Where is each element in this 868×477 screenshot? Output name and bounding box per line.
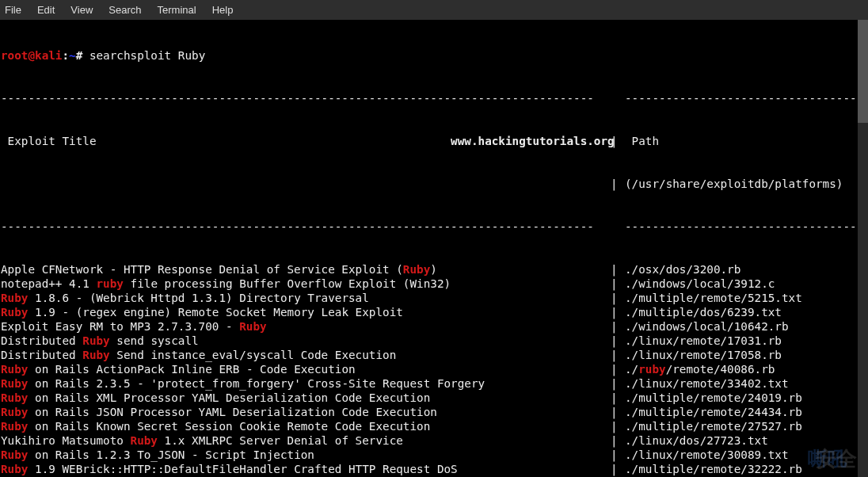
- prompt-command: searchsploit Ruby: [89, 49, 205, 62]
- prompt-line: root@kali:~# searchsploit Ruby: [1, 48, 868, 63]
- exploit-path: ./multiple/remote/27527.rb: [625, 419, 868, 433]
- exploit-path: ./linux/remote/17031.rb: [625, 334, 868, 348]
- exploit-title: Ruby on Rails 2.3.5 - 'protect_from_forg…: [1, 376, 611, 391]
- exploit-title: notepad++ 4.1 ruby file processing Buffe…: [1, 277, 611, 291]
- column-separator: |: [611, 362, 625, 376]
- match-highlight: Ruby: [1, 306, 28, 319]
- match-highlight: Ruby: [1, 363, 28, 376]
- exploit-title: Ruby on Rails Known Secret Session Cooki…: [1, 419, 611, 433]
- result-row: Ruby on Rails 2.3.5 - 'protect_from_forg…: [1, 376, 868, 391]
- site-watermark: www.hackingtutorials.org: [451, 135, 615, 147]
- result-row: Yukihiro Matsumoto Ruby 1.x XMLRPC Serve…: [1, 433, 868, 448]
- match-highlight: Ruby: [239, 320, 266, 333]
- watermark-logo-2: 安全: [816, 452, 857, 466]
- terminal-area[interactable]: root@kali:~# searchsploit Ruby ---------…: [0, 20, 868, 477]
- exploit-path: ./windows/local/10642.rb: [625, 319, 868, 334]
- match-highlight: Ruby: [1, 406, 28, 418]
- exploit-title: Ruby on Rails 1.2.3 To_JSON - Script Inj…: [1, 448, 611, 462]
- exploit-title: Distributed Ruby Send instance_eval/sysc…: [1, 348, 611, 362]
- match-highlight: Ruby: [1, 377, 28, 390]
- result-row: Ruby on Rails XML Processor YAML Deseria…: [1, 391, 868, 405]
- header-row-2: | (/usr/share/exploitdb/platforms): [1, 177, 868, 191]
- prompt-user: root@kali: [1, 49, 62, 62]
- exploit-path: ./multiple/remote/5215.txt: [625, 291, 868, 305]
- menu-bar: File Edit View Search Terminal Help: [0, 0, 868, 20]
- result-row: Exploit Easy RM to MP3 2.7.3.700 - Ruby|…: [1, 319, 868, 334]
- header-row-1: Exploit Title www.hackingtutorials.org |…: [1, 134, 868, 148]
- exploit-title: Ruby 1.9 WEBrick::HTTP::DefaultFileHandl…: [1, 462, 611, 476]
- divider-mid: ----------------------------------------…: [1, 219, 868, 234]
- menu-edit[interactable]: Edit: [37, 3, 55, 17]
- menu-view[interactable]: View: [70, 3, 93, 17]
- exploit-title: Apple CFNetwork - HTTP Response Denial o…: [1, 262, 611, 277]
- result-row: Ruby on Rails 1.2.3 To_JSON - Script Inj…: [1, 448, 868, 462]
- exploit-path: ./multiple/dos/6239.txt: [625, 305, 868, 319]
- divider-top: ----------------------------------------…: [1, 91, 868, 105]
- column-separator: |: [611, 405, 625, 419]
- column-separator: |: [611, 334, 625, 348]
- exploit-title: Distributed Ruby send syscall: [1, 334, 611, 348]
- match-highlight: Ruby: [82, 349, 109, 361]
- menu-help[interactable]: Help: [212, 3, 234, 17]
- column-separator: |: [611, 348, 625, 362]
- match-highlight: Ruby: [1, 448, 28, 461]
- column-separator: |: [611, 262, 625, 277]
- exploit-path: ./ruby/remote/40086.rb: [625, 362, 868, 376]
- prompt-colon: :: [62, 49, 69, 62]
- match-highlight: ruby: [638, 363, 665, 376]
- result-row: Ruby on Rails ActionPack Inline ERB - Co…: [1, 362, 868, 376]
- exploit-path: ./linux/dos/27723.txt: [625, 433, 868, 448]
- result-row: Ruby on Rails Known Secret Session Cooki…: [1, 419, 868, 433]
- column-separator: |: [611, 376, 625, 391]
- scrollbar[interactable]: [858, 20, 868, 477]
- prompt-path: ~: [69, 49, 76, 62]
- exploit-title: Ruby on Rails JSON Processor YAML Deseri…: [1, 405, 611, 419]
- exploit-title: Ruby 1.8.6 - (Webrick Httpd 1.3.1) Direc…: [1, 291, 611, 305]
- column-separator: |: [611, 419, 625, 433]
- exploit-path: ./osx/dos/3200.rb: [625, 262, 868, 277]
- result-row: Apple CFNetwork - HTTP Response Denial o…: [1, 262, 868, 277]
- exploit-title: Exploit Easy RM to MP3 2.7.3.700 - Ruby: [1, 319, 611, 334]
- exploit-title: Ruby on Rails ActionPack Inline ERB - Co…: [1, 362, 611, 376]
- column-separator: |: [611, 462, 625, 476]
- exploit-path: ./linux/remote/17058.rb: [625, 348, 868, 362]
- exploit-path: ./multiple/remote/24434.rb: [625, 405, 868, 419]
- match-highlight: Ruby: [403, 263, 430, 276]
- result-row: Ruby 1.9 WEBrick::HTTP::DefaultFileHandl…: [1, 462, 868, 476]
- header-path-sub: (/usr/share/exploitdb/platforms): [625, 177, 843, 190]
- exploit-path: ./multiple/remote/24019.rb: [625, 391, 868, 405]
- column-separator: |: [611, 433, 625, 448]
- match-highlight: Ruby: [1, 463, 28, 475]
- match-highlight: Ruby: [1, 391, 28, 404]
- exploit-title: Ruby on Rails XML Processor YAML Deseria…: [1, 391, 611, 405]
- match-highlight: Ruby: [1, 292, 28, 304]
- result-row: Ruby 1.8.6 - (Webrick Httpd 1.3.1) Direc…: [1, 291, 868, 305]
- column-separator: |: [611, 305, 625, 319]
- result-row: Distributed Ruby Send instance_eval/sysc…: [1, 348, 868, 362]
- match-highlight: ruby: [97, 277, 124, 290]
- result-row: Ruby on Rails JSON Processor YAML Deseri…: [1, 405, 868, 419]
- exploit-title: Yukihiro Matsumoto Ruby 1.x XMLRPC Serve…: [1, 433, 611, 448]
- menu-terminal[interactable]: Terminal: [158, 3, 196, 17]
- menu-file[interactable]: File: [5, 3, 21, 17]
- result-row: Distributed Ruby send syscall| ./linux/r…: [1, 334, 868, 348]
- header-path: Path: [625, 135, 659, 147]
- column-separator: |: [611, 448, 625, 462]
- result-row: Ruby 1.9 - (regex engine) Remote Socket …: [1, 305, 868, 319]
- column-separator: |: [611, 391, 625, 405]
- match-highlight: Ruby: [1, 420, 28, 433]
- match-highlight: Ruby: [131, 434, 158, 447]
- header-title: Exploit Title: [1, 135, 97, 147]
- result-row: notepad++ 4.1 ruby file processing Buffe…: [1, 277, 868, 291]
- exploit-title: Ruby 1.9 - (regex engine) Remote Socket …: [1, 305, 611, 319]
- match-highlight: Ruby: [82, 334, 109, 347]
- column-separator: |: [611, 319, 625, 334]
- exploit-path: ./linux/remote/33402.txt: [625, 376, 868, 391]
- scrollbar-thumb[interactable]: [858, 20, 868, 123]
- column-separator: |: [611, 291, 625, 305]
- column-separator: |: [611, 277, 625, 291]
- prompt-hash: #: [76, 49, 83, 62]
- exploit-path: ./windows/local/3912.c: [625, 277, 868, 291]
- menu-search[interactable]: Search: [108, 3, 141, 17]
